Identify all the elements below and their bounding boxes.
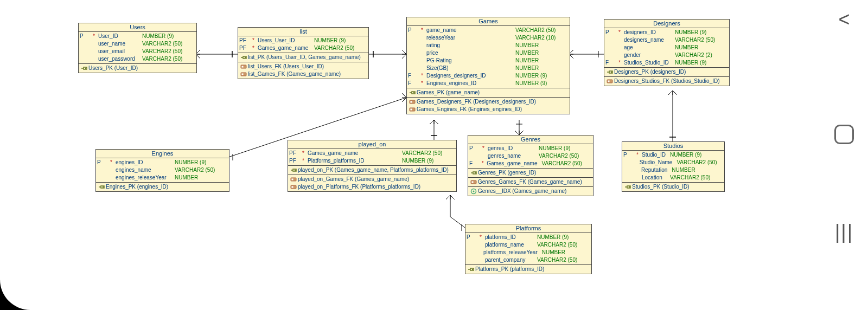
column-name: user_name — [98, 40, 142, 48]
column-type: NUMBER (9) — [670, 151, 724, 159]
column-type: VARCHAR2 (2) — [675, 51, 729, 59]
svg-line-19 — [434, 120, 438, 124]
svg-point-56 — [611, 72, 612, 73]
column-type: NUMBER — [175, 174, 229, 182]
column-name: genres_ID — [488, 145, 539, 152]
fk-icon — [607, 78, 614, 85]
key-type: F — [407, 80, 421, 87]
pk-row: Designers_PK (designers_ID) — [604, 68, 729, 76]
key-type: P — [96, 159, 110, 166]
entity-list[interactable]: listPF*Users_User_IDNUMBER (9)PF*Games_g… — [238, 27, 369, 79]
column-row: F*Engines_engines_IDNUMBER (9) — [407, 80, 570, 87]
entity-title: Platforms — [465, 224, 591, 233]
column-name: designers_ID — [624, 29, 675, 36]
pk-row: Genres_PK (genres_ID) — [468, 169, 593, 177]
column-name: Games_game_name — [487, 160, 541, 167]
column-type: NUMBER — [515, 57, 570, 64]
entity-title: Users — [79, 23, 196, 32]
column-name: user_email — [98, 48, 142, 55]
svg-line-7 — [402, 50, 406, 54]
column-name: Games_game_name — [308, 150, 402, 157]
pk-row: Studios_PK (Studio_ID) — [622, 183, 724, 191]
pk-row: Platforms_PK (platforms_ID) — [465, 266, 591, 273]
key-text: Studios_PK (Studio_ID) — [632, 183, 690, 191]
svg-rect-53 — [411, 101, 412, 103]
key-type: P — [468, 145, 482, 152]
column-name: parent_company — [485, 256, 537, 264]
column-name: age — [624, 44, 675, 51]
key-type: F — [604, 59, 618, 67]
column-row: PF*Users_User_IDNUMBER (9) — [238, 37, 368, 44]
fk-row: list_Users_FK (Users_User_ID) — [238, 63, 368, 70]
key-text: Genres_PK (genres_ID) — [478, 169, 536, 177]
fk-row: Designers_Studios_FK (Studios_Studio_ID) — [604, 78, 729, 85]
entity-designers[interactable]: DesignersP*designers_IDNUMBER (9)designe… — [604, 19, 730, 86]
svg-point-46 — [245, 57, 246, 58]
nullable-star: * — [421, 80, 426, 87]
column-type: NUMBER (9) — [402, 157, 456, 165]
column-row: platforms_releaseYearNUMBER — [465, 249, 591, 256]
svg-rect-62 — [292, 179, 293, 180]
nullable-star: * — [110, 159, 116, 166]
entity-title: played_on — [288, 140, 456, 149]
svg-line-8 — [402, 54, 406, 59]
entity-platforms[interactable]: PlatformsP*platforms_IDNUMBER (9)platfor… — [465, 224, 592, 274]
column-name: Studios_Studio_ID — [624, 59, 675, 67]
key-type: P — [622, 151, 636, 159]
key-type: P — [79, 33, 93, 40]
pk-icon — [290, 167, 298, 173]
key-text: Designers_PK (designers_ID) — [614, 68, 686, 76]
column-type: VARCHAR2 (50) — [539, 152, 593, 160]
column-name: rating — [426, 42, 515, 49]
entity-games[interactable]: GamesP*game_nameVARCHAR2 (50)releaseYear… — [406, 17, 570, 114]
nullable-star: * — [636, 151, 642, 159]
column-row: ratingNUMBER — [407, 42, 570, 49]
entity-genres[interactable]: GenresP*genres_IDNUMBER (9)genres_nameVA… — [468, 135, 593, 196]
entity-users[interactable]: UsersP*User_IDNUMBER (9)user_nameVARCHAR… — [78, 23, 197, 73]
column-type: VARCHAR2 (50) — [542, 160, 593, 167]
svg-line-35 — [402, 93, 406, 98]
column-row: platforms_nameVARCHAR2 (50) — [465, 241, 591, 249]
back-icon[interactable]: < — [824, 4, 865, 35]
svg-point-65 — [475, 172, 476, 173]
column-row: P*designers_IDNUMBER (9) — [604, 29, 729, 36]
column-row: P*platforms_IDNUMBER (9) — [465, 234, 591, 241]
key-type: F — [407, 72, 421, 80]
key-text: Designers_Studios_FK (Studios_Studio_ID) — [614, 78, 720, 85]
nullable-star: * — [482, 160, 487, 167]
pk-icon — [409, 89, 417, 96]
nullable-star: * — [252, 37, 258, 44]
entity-engines[interactable]: EnginesP*engines_IDNUMBER (9)engines_nam… — [95, 149, 229, 192]
nullable-star: * — [302, 150, 308, 157]
column-name: game_name — [426, 27, 515, 34]
column-row: P*game_nameVARCHAR2 (50) — [407, 27, 570, 34]
column-name: Studio_Name — [640, 159, 677, 166]
entity-title: Games — [407, 17, 570, 26]
entity-played_on[interactable]: played_onPF*Games_game_nameVARCHAR2 (50)… — [288, 140, 457, 192]
entity-studios[interactable]: StudiosP*Studio_IDNUMBER (9)Studio_NameV… — [622, 141, 725, 192]
overview-icon[interactable] — [834, 125, 854, 144]
entity-title: Genres — [468, 135, 593, 144]
nullable-star: * — [618, 29, 624, 36]
pk-icon — [81, 65, 88, 72]
recent-icon[interactable]: ||| — [824, 217, 865, 247]
column-row: designers_nameVARCHAR2 (50) — [604, 36, 729, 44]
column-type: VARCHAR2 (50) — [142, 55, 196, 63]
fk-icon — [240, 63, 248, 70]
svg-line-29 — [668, 91, 673, 95]
column-name: Studio_ID — [642, 151, 670, 159]
key-type: PF — [288, 157, 302, 165]
column-type: NUMBER (9) — [515, 72, 570, 80]
key-type: F — [468, 160, 482, 167]
column-name: engines_ID — [116, 159, 175, 166]
pk-icon — [468, 266, 475, 273]
svg-line-30 — [673, 91, 677, 95]
idx-icon — [470, 188, 478, 195]
column-row: priceNUMBER — [407, 49, 570, 57]
column-name: Users_User_ID — [258, 37, 314, 44]
column-row: parent_companyVARCHAR2 (50) — [465, 256, 591, 264]
device-nav: < — [824, 4, 865, 35]
svg-line-24 — [515, 131, 519, 135]
fk-icon — [290, 176, 298, 183]
device-nav: ||| — [824, 217, 865, 247]
